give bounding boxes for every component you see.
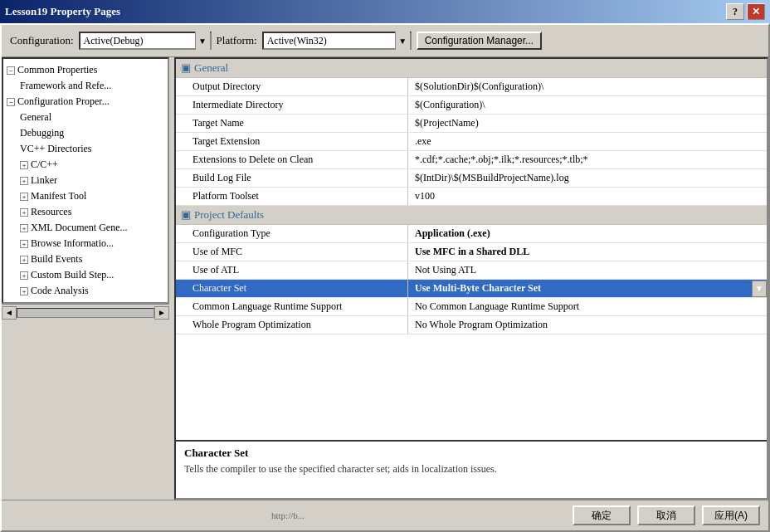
prop-value-platform-toolset: v100 [408,188,767,205]
title-bar: Lesson19 Property Pages ? ✕ [0,0,770,23]
expand-cpp-icon[interactable]: + [20,161,28,169]
sidebar-item-config-props[interactable]: −Configuration Proper... [3,94,168,110]
help-button[interactable]: ? [726,3,744,20]
expand-xml-icon[interactable]: + [20,224,28,232]
sidebar-item-resources[interactable]: +Resources [3,204,168,220]
config-dropdown[interactable]: Active(Debug) ▼ [79,32,212,50]
expand-code-analysis-icon[interactable]: + [20,287,28,295]
prop-row-target-ext[interactable]: Target Extension .exe [176,133,767,151]
section-general-collapse-icon[interactable]: ▣ [181,61,191,75]
apply-button[interactable]: 应用(A) [702,505,760,525]
prop-row-platform-toolset[interactable]: Platform Toolset v100 [176,188,767,206]
prop-name-build-log: Build Log File [176,169,408,187]
prop-name-character-set: Character Set [176,280,408,297]
expand-config-icon[interactable]: − [7,98,15,106]
sidebar-item-manifest-tool[interactable]: +Manifest Tool [3,188,168,204]
url-text: http://b... [10,510,566,520]
top-bar: Configuration: Active(Debug) ▼ Platform:… [2,25,768,56]
sidebar-item-xml-doc[interactable]: +XML Document Gene... [3,220,168,236]
sidebar-scroll-bar: ◄ ► [2,304,169,320]
prop-value-build-log: $(IntDir)\$(MSBuildProjectName).log [408,169,767,187]
cancel-button[interactable]: 取消 [637,505,695,525]
prop-value-config-type: Application (.exe) [408,225,767,242]
shared-text: Shared [476,246,506,257]
platform-dropdown[interactable]: Active(Win32) ▼ [262,32,412,50]
scroll-right-btn[interactable]: ► [154,306,169,320]
prop-name-use-atl: Use of ATL [176,261,408,279]
prop-row-character-set[interactable]: Character Set Use Multi-Byte Character S… [176,280,767,298]
sidebar-item-custom-build[interactable]: +Custom Build Step... [3,267,168,283]
prop-value-target-ext: .exe [408,133,767,150]
expand-browse-icon[interactable]: + [20,240,28,248]
prop-name-target-name: Target Name [176,115,408,132]
prop-name-output-dir: Output Directory [176,78,408,95]
sidebar-tree: −Common Properties Framework and Refe...… [2,57,169,304]
platform-value: Active(Win32) [264,35,395,47]
description-title: Character Set [184,447,758,460]
prop-value-intermediate-dir: $(Configuration)\ [408,96,767,114]
prop-row-wpo[interactable]: Whole Program Optimization No Whole Prog… [176,316,767,334]
expand-resources-icon[interactable]: + [20,208,28,217]
sidebar-item-vcpp-dirs[interactable]: VC++ Directories [3,141,168,157]
sidebar-item-code-analysis[interactable]: +Code Analysis [3,283,168,299]
prop-name-config-type: Configuration Type [176,225,408,242]
prop-row-use-atl[interactable]: Use of ATL Not Using ATL [176,261,767,280]
left-panel: −Common Properties Framework and Refe...… [2,57,169,500]
prop-name-clr-support: Common Language Runtime Support [176,298,408,315]
sidebar-item-debugging[interactable]: Debugging [3,125,168,141]
prop-value-character-set-wrapper: Use Multi-Byte Character Set ▼ [408,280,767,297]
config-label: Configuration: [10,34,74,47]
config-dropdown-arrow[interactable]: ▼ [195,32,210,50]
expand-build-events-icon[interactable]: + [20,256,28,264]
platform-dropdown-arrow[interactable]: ▼ [395,32,410,50]
title-bar-buttons: ? ✕ [726,3,765,20]
window-title: Lesson19 Property Pages [5,5,120,18]
prop-name-extensions-clean: Extensions to Delete on Clean [176,151,408,168]
sidebar-item-cpp[interactable]: +C/C++ [3,157,168,173]
sidebar-item-general[interactable]: General [3,110,168,125]
prop-value-target-name: $(ProjectName) [408,115,767,132]
property-table: ▣ General Output Directory $(SolutionDir… [176,59,767,440]
sidebar-item-linker[interactable]: +Linker [3,173,168,188]
description-text: Tells the compiler to use the specified … [184,463,758,476]
prop-row-clr-support[interactable]: Common Language Runtime Support No Commo… [176,298,767,316]
expand-linker-icon[interactable]: + [20,177,28,185]
section-proj-defaults-header: ▣ Project Defaults [176,206,767,225]
prop-name-platform-toolset: Platform Toolset [176,188,408,205]
expand-manifest-icon[interactable]: + [20,193,28,201]
scroll-track[interactable] [17,308,154,318]
prop-row-config-type[interactable]: Configuration Type Application (.exe) [176,225,767,243]
prop-row-extensions-clean[interactable]: Extensions to Delete on Clean *.cdf;*.ca… [176,151,767,169]
prop-name-wpo: Whole Program Optimization [176,316,408,334]
prop-value-character-set: Use Multi-Byte Character Set [408,280,752,297]
sidebar-item-browse-info[interactable]: +Browse Informatio... [3,236,168,251]
prop-value-extensions-clean: *.cdf;*.cache;*.obj;*.ilk;*.resources;*.… [408,151,767,168]
sidebar-item-common-props[interactable]: −Common Properties [3,62,168,78]
ok-button[interactable]: 确定 [573,505,631,525]
config-value: Active(Debug) [80,35,195,47]
section-general-header: ▣ General [176,59,767,78]
prop-value-use-atl: Not Using ATL [408,261,767,279]
scroll-left-btn[interactable]: ◄ [2,306,17,320]
prop-row-build-log[interactable]: Build Log File $(IntDir)\$(MSBuildProjec… [176,169,767,188]
prop-row-target-name[interactable]: Target Name $(ProjectName) [176,115,767,133]
prop-name-target-ext: Target Extension [176,133,408,150]
prop-row-use-mfc[interactable]: Use of MFC Use MFC in a Shared DLL [176,243,767,261]
prop-value-output-dir: $(SolutionDir)$(Configuration)\ [408,78,767,95]
expand-common-icon[interactable]: − [7,66,15,75]
sidebar-item-build-events[interactable]: +Build Events [3,251,168,267]
dialog: Configuration: Active(Debug) ▼ Platform:… [0,23,770,532]
platform-label: Platform: [217,34,257,47]
main-panel: ▣ General Output Directory $(SolutionDir… [174,57,768,500]
close-button[interactable]: ✕ [747,3,765,20]
prop-value-wpo: No Whole Program Optimization [408,316,767,334]
section-proj-defaults-collapse-icon[interactable]: ▣ [181,208,191,222]
prop-row-output-dir[interactable]: Output Directory $(SolutionDir)$(Configu… [176,78,767,96]
prop-value-use-mfc: Use MFC in a Shared DLL [408,243,767,261]
config-manager-button[interactable]: Configuration Manager... [417,32,542,50]
prop-row-intermediate-dir[interactable]: Intermediate Directory $(Configuration)\ [176,96,767,115]
sidebar-item-framework-ref[interactable]: Framework and Refe... [3,78,168,94]
character-set-dropdown-btn[interactable]: ▼ [752,281,767,297]
prop-name-use-mfc: Use of MFC [176,243,408,261]
expand-custom-build-icon[interactable]: + [20,271,28,280]
